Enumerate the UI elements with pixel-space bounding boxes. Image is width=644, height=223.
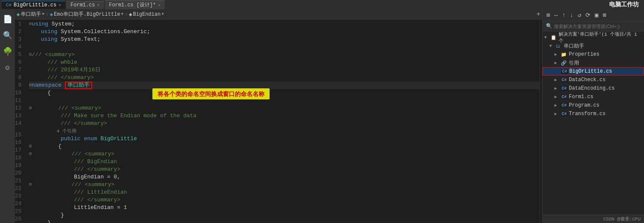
ln-25: 25: [15, 208, 25, 215]
nav-namespace-icon: ◈: [17, 11, 20, 18]
tree-node-references[interactable]: ▶ 🔗 引用: [543, 59, 644, 67]
tree-label-properties: Properties: [569, 51, 599, 57]
tree-arrow-datacheck: ▶: [554, 77, 560, 82]
code-line-4: [29, 43, 540, 51]
nav-add-btn[interactable]: +: [536, 11, 540, 18]
solution-search-bar: 🔍: [543, 21, 644, 31]
code-line-4ref: 4 个引用: [29, 127, 540, 135]
ln-20: 20: [15, 169, 25, 177]
ln-11: 11: [15, 97, 25, 104]
toolbar-btn-2[interactable]: ↔: [553, 11, 559, 20]
code-line-9: ⊟ namespace 串口助手: [29, 82, 540, 89]
nav-separator1: ›: [45, 11, 49, 18]
code-line-1: ⊟ using System;: [29, 20, 540, 28]
tab-bigorlittle-label: BigOrLittle.cs: [14, 2, 56, 8]
ln-1: 1: [15, 20, 25, 28]
nav-dropdown1-icon[interactable]: ▼: [42, 12, 45, 17]
tree-label-project: 串口助手: [564, 42, 584, 50]
code-line-25: }: [29, 212, 540, 219]
tab-form1design[interactable]: Form1.cs [设计]* ✕: [105, 0, 165, 9]
tree-label-references: 引用: [569, 59, 579, 67]
tree-node-solution[interactable]: ▼ 📋 解决方案'串口助手'(1 个项目/共 1 个: [543, 33, 644, 42]
main-area: 📄 🔍 🌳 ⚙ ◈ 串口助手 ▼ › ◈ Emo串口助手.BigOrLittle…: [0, 9, 644, 223]
project-icon: 🗂: [556, 43, 562, 49]
toolbar-btn-6[interactable]: ⟳: [584, 11, 592, 20]
code-editor: 1 2 3 4 5 6 7 8 9 10 11 12 13 14 15 16 1…: [15, 20, 542, 223]
ln-18: 18: [15, 154, 25, 162]
ln-22: 22: [15, 185, 25, 192]
code-content[interactable]: ⊟ using System; using System.Collections…: [25, 20, 540, 223]
activity-tree[interactable]: 🌳: [1, 45, 14, 58]
code-line-26: }: [29, 219, 540, 223]
nav-bar: ◈ 串口助手 ▼ › ◈ Emo串口助手.BigOrLittle ▼ › ◈ B…: [15, 9, 542, 20]
code-line-2: using System.Collections.Generic;: [29, 28, 540, 36]
tree-node-bigorlittle[interactable]: C# BigOrLittle.cs: [543, 67, 644, 76]
nav-separator2: ›: [124, 11, 128, 18]
ln-19: 19: [15, 162, 25, 169]
tab-form1cs[interactable]: Form1.cs ✕: [66, 1, 104, 9]
tree-node-datacheck[interactable]: ▶ C# DataCheck.cs: [543, 76, 644, 84]
ln-5: 5: [15, 51, 25, 59]
code-line-3: using System.Text;: [29, 36, 540, 43]
code-line-18: /// BigEndian: [29, 158, 540, 166]
tree-arrow-properties: ▶: [554, 52, 560, 57]
tree-arrow-project: ▼: [549, 44, 554, 48]
activity-search[interactable]: 🔍: [1, 29, 14, 42]
tree-node-transform[interactable]: ▶ C# Transform.cs: [543, 110, 644, 118]
solution-search-input[interactable]: [554, 24, 641, 29]
nav-dropdown2-icon[interactable]: ▼: [121, 12, 124, 17]
toolbar-btn-4[interactable]: ↓: [568, 11, 574, 20]
ln-17: 17: [15, 147, 25, 154]
ln-3: 3: [15, 36, 25, 43]
tab-list: C# BigOrLittle.cs ✕ Form1.cs ✕ Form1.cs …: [2, 0, 165, 9]
code-line-8: /// </summary>: [29, 74, 540, 82]
tree-node-form1[interactable]: ▶ C# Form1.cs: [543, 93, 644, 101]
nav-member-icon: ◈: [129, 11, 132, 18]
solution-explorer-toolbar: ⊞ ↔ ↑ ↓ ↺ ⟳ ▣ ⊠: [543, 9, 644, 21]
code-line-24: LittleEndian = 1: [29, 204, 540, 212]
dataencoding-cs-icon: C#: [561, 86, 568, 91]
ln-16: 16: [15, 139, 25, 147]
solution-tree: ▼ 📋 解决方案'串口助手'(1 个项目/共 1 个 ▼ 🗂 串口助手 ▶ 📁 …: [543, 31, 644, 215]
tree-arrow-program: ▶: [554, 103, 560, 108]
tree-node-dataencoding[interactable]: ▶ C# DataEncoding.cs: [543, 84, 644, 93]
ln-7: 7: [15, 66, 25, 74]
toolbar-btn-5[interactable]: ↺: [577, 11, 582, 20]
ln-6: 6: [15, 59, 25, 66]
tree-arrow-dataencoding: ▶: [554, 86, 560, 91]
code-line-19: /// </summary>: [29, 166, 540, 173]
toolbar-btn-3[interactable]: ↑: [561, 11, 567, 20]
solution-icon: 📋: [551, 35, 557, 40]
tab-form1design-close[interactable]: ✕: [158, 3, 160, 8]
nav-member-label[interactable]: BigEndian: [133, 11, 160, 17]
tab-form1cs-close[interactable]: ✕: [97, 3, 100, 8]
code-line-11: [29, 97, 540, 104]
ln-8: 8: [15, 74, 25, 82]
line-numbers: 1 2 3 4 5 6 7 8 9 10 11 12 13 14 15 16 1…: [15, 20, 25, 223]
nav-namespace-label[interactable]: 串口助手: [21, 11, 41, 18]
transform-cs-icon: C#: [561, 112, 568, 116]
activity-settings[interactable]: ⚙: [3, 61, 11, 74]
toolbar-btn-8[interactable]: ⊠: [602, 11, 607, 20]
tab-close-icon[interactable]: ✕: [59, 3, 61, 8]
code-line-5: ⊟ /// <summary>: [29, 51, 540, 59]
toolbar-btn-7[interactable]: ▣: [593, 11, 599, 20]
minimap[interactable]: [540, 20, 542, 223]
editor-area: ◈ 串口助手 ▼ › ◈ Emo串口助手.BigOrLittle ▼ › ◈ B…: [15, 9, 542, 223]
tab-bigorlittle[interactable]: C# BigOrLittle.cs ✕: [2, 1, 65, 9]
properties-icon: 📁: [561, 52, 568, 57]
title-right-text: 电脑工作坊: [609, 1, 642, 8]
ln-2: 2: [15, 28, 25, 36]
ln-14: 14: [15, 120, 25, 127]
nav-dropdown3-icon[interactable]: ▼: [161, 12, 164, 17]
code-line-23: /// </summary>: [29, 196, 540, 204]
tree-node-program[interactable]: ▶ C# Program.cs: [543, 101, 644, 110]
nav-class-label[interactable]: Emo串口助手.BigOrLittle: [54, 11, 120, 18]
toolbar-btn-1[interactable]: ⊞: [545, 11, 551, 20]
ln-15: 15: [15, 131, 25, 139]
tree-node-properties[interactable]: ▶ 📁 Properties: [543, 50, 644, 59]
activity-pages[interactable]: 📄: [1, 13, 14, 25]
ln-26: 26: [15, 215, 25, 223]
form1-cs-icon: C#: [561, 95, 568, 99]
references-icon: 🔗: [561, 60, 568, 66]
